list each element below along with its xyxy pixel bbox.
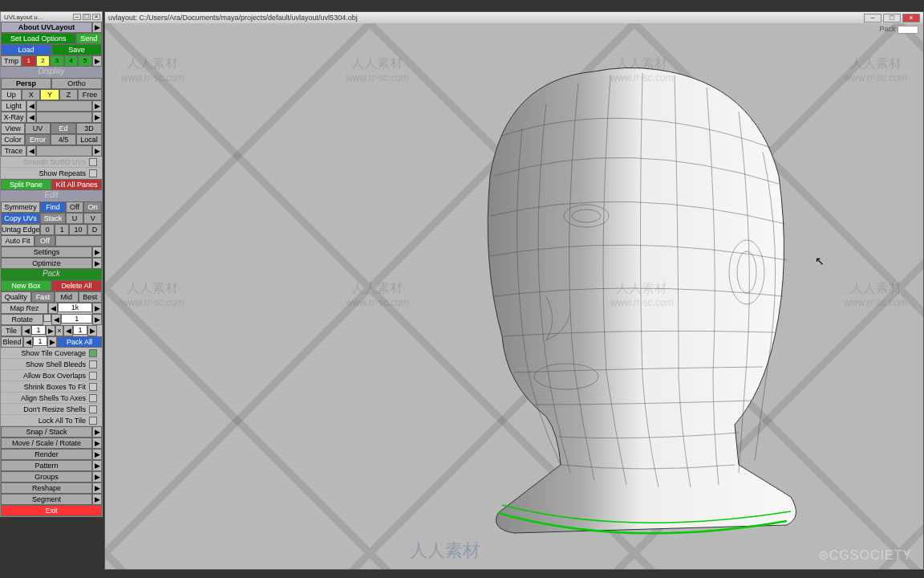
pattern-dropdown[interactable]: Pattern bbox=[1, 460, 92, 471]
up-z-button[interactable]: Z bbox=[59, 89, 78, 100]
persp-button[interactable]: Persp bbox=[1, 78, 51, 89]
split-pane-button[interactable]: Split Pane bbox=[1, 179, 51, 190]
pack-input[interactable] bbox=[898, 26, 918, 34]
pack-all-button[interactable]: Pack All bbox=[57, 336, 102, 348]
load-button[interactable]: Load bbox=[1, 44, 51, 55]
save-button[interactable]: Save bbox=[51, 44, 102, 55]
groups-expand[interactable]: ▶ bbox=[92, 471, 102, 482]
tmp-slot-4[interactable]: 4 bbox=[64, 55, 79, 67]
kill-panes-button[interactable]: Kill All Panes bbox=[51, 179, 102, 190]
tile-y-right-button[interactable]: ▶ bbox=[87, 325, 97, 336]
viewport-maximize-button[interactable]: □ bbox=[883, 14, 901, 22]
settings-dropdown[interactable]: Settings bbox=[1, 246, 92, 258]
quality-fast-button[interactable]: Fast bbox=[31, 291, 55, 303]
opt-dont-resize-checkbox[interactable] bbox=[89, 405, 97, 413]
tmp-slot-5[interactable]: 5 bbox=[78, 55, 92, 67]
pattern-expand[interactable]: ▶ bbox=[92, 460, 102, 471]
tile-x-value[interactable]: 1 bbox=[31, 325, 46, 335]
opt-shell-bleeds-checkbox[interactable] bbox=[89, 360, 97, 368]
send-button[interactable]: Send bbox=[76, 33, 103, 44]
copy-uvs-button[interactable]: Copy UVs bbox=[1, 213, 40, 224]
light-left-button[interactable]: ◀ bbox=[26, 100, 36, 112]
render-dropdown[interactable]: Render bbox=[1, 449, 92, 460]
tile-x-left-button[interactable]: ◀ bbox=[22, 325, 31, 336]
quality-mid-button[interactable]: Mid bbox=[55, 291, 78, 303]
new-box-button[interactable]: New Box bbox=[1, 280, 51, 291]
rotate-right-button[interactable]: ▶ bbox=[92, 314, 102, 325]
maprez-value[interactable]: 1k bbox=[58, 303, 92, 312]
set-load-options-button[interactable]: Set Load Options bbox=[1, 33, 76, 44]
close-panel-button[interactable]: × bbox=[92, 14, 100, 20]
untag-1-button[interactable]: 1 bbox=[55, 224, 69, 235]
render-expand[interactable]: ▶ bbox=[92, 449, 102, 460]
viewport-minimize-button[interactable]: – bbox=[864, 14, 881, 22]
trace-right-button[interactable]: ▶ bbox=[92, 145, 102, 157]
rotate-left-button[interactable]: ◀ bbox=[51, 314, 61, 325]
about-button[interactable]: About UVLayout bbox=[1, 22, 92, 33]
light-slider[interactable] bbox=[36, 100, 92, 112]
u-button[interactable]: U bbox=[66, 213, 84, 224]
opt-lock-tile-checkbox[interactable] bbox=[89, 417, 97, 425]
up-free-button[interactable]: Free bbox=[78, 89, 102, 100]
auto-fit-off-button[interactable]: Off bbox=[34, 235, 55, 246]
ortho-button[interactable]: Ortho bbox=[51, 78, 102, 89]
symmetry-on-button[interactable]: On bbox=[83, 201, 102, 213]
optimize-dropdown[interactable]: Optimize bbox=[1, 258, 92, 269]
viewport-3d-area[interactable]: Pack bbox=[105, 23, 923, 569]
tile-y-value[interactable]: 1 bbox=[73, 325, 87, 335]
stack-button[interactable]: Stack bbox=[40, 213, 66, 224]
maprez-right-button[interactable]: ▶ bbox=[92, 303, 102, 314]
about-expand-button[interactable]: ▶ bbox=[92, 22, 102, 33]
tile-x-right-button[interactable]: ▶ bbox=[46, 325, 55, 336]
opt-shrink-boxes-checkbox[interactable] bbox=[89, 383, 97, 391]
symmetry-find-button[interactable]: Find bbox=[40, 201, 66, 213]
opt-box-overlaps-checkbox[interactable] bbox=[89, 372, 97, 380]
snap-stack-expand[interactable]: ▶ bbox=[92, 426, 102, 438]
rotate-checkbox[interactable] bbox=[43, 314, 51, 322]
untag-10-button[interactable]: 10 bbox=[69, 224, 87, 235]
trace-slider[interactable] bbox=[36, 145, 92, 157]
optimize-expand-button[interactable]: ▶ bbox=[92, 258, 102, 269]
color-local-button[interactable]: Local bbox=[76, 134, 102, 145]
view-3d-button[interactable]: 3D bbox=[76, 123, 102, 134]
bleed-value[interactable]: 1 bbox=[33, 336, 47, 346]
segment-expand[interactable]: ▶ bbox=[92, 494, 102, 505]
reshape-dropdown[interactable]: Reshape bbox=[1, 482, 92, 494]
minimize-panel-button[interactable]: – bbox=[73, 14, 81, 20]
color-error-button[interactable]: Error bbox=[25, 134, 51, 145]
tmp-slot-3[interactable]: 3 bbox=[50, 55, 64, 67]
opt-align-shells-checkbox[interactable] bbox=[89, 394, 97, 402]
up-x-button[interactable]: X bbox=[22, 89, 40, 100]
delete-all-button[interactable]: Delete All bbox=[51, 280, 102, 291]
settings-expand-button[interactable]: ▶ bbox=[92, 246, 102, 258]
xray-right-button[interactable]: ▶ bbox=[92, 112, 102, 123]
reshape-expand[interactable]: ▶ bbox=[92, 482, 102, 494]
view-ed-button[interactable]: Ed bbox=[51, 123, 76, 134]
maximize-panel-button[interactable]: □ bbox=[83, 14, 91, 20]
v-button[interactable]: V bbox=[83, 213, 102, 224]
xray-left-button[interactable]: ◀ bbox=[26, 112, 36, 123]
symmetry-off-button[interactable]: Off bbox=[66, 201, 84, 213]
bleed-left-button[interactable]: ◀ bbox=[23, 336, 33, 348]
msr-expand[interactable]: ▶ bbox=[92, 438, 102, 449]
view-uv-button[interactable]: UV bbox=[25, 123, 51, 134]
opt-tile-coverage-checkbox[interactable] bbox=[89, 349, 97, 357]
viewport-close-button[interactable]: × bbox=[902, 14, 920, 22]
untag-0-button[interactable]: 0 bbox=[40, 224, 55, 235]
snap-stack-dropdown[interactable]: Snap / Stack bbox=[1, 426, 92, 438]
trace-left-button[interactable]: ◀ bbox=[26, 145, 36, 157]
xray-slider[interactable] bbox=[36, 112, 92, 123]
tmp-slot-1[interactable]: 1 bbox=[22, 55, 36, 67]
show-repeats-checkbox[interactable] bbox=[89, 169, 97, 177]
quality-best-button[interactable]: Best bbox=[79, 291, 102, 303]
smooth-subd-checkbox[interactable] bbox=[89, 158, 97, 166]
maprez-left-button[interactable]: ◀ bbox=[48, 303, 58, 314]
color-45-button[interactable]: 4/5 bbox=[51, 134, 76, 145]
light-right-button[interactable]: ▶ bbox=[92, 100, 102, 112]
tmp-expand-button[interactable]: ▶ bbox=[92, 55, 102, 67]
segment-dropdown[interactable]: Segment bbox=[1, 494, 92, 505]
move-scale-rotate-dropdown[interactable]: Move / Scale / Rotate bbox=[1, 438, 92, 449]
tmp-slot-2[interactable]: 2 bbox=[36, 55, 51, 67]
rotate-value[interactable]: 1 bbox=[61, 314, 92, 324]
up-y-button[interactable]: Y bbox=[40, 89, 59, 100]
